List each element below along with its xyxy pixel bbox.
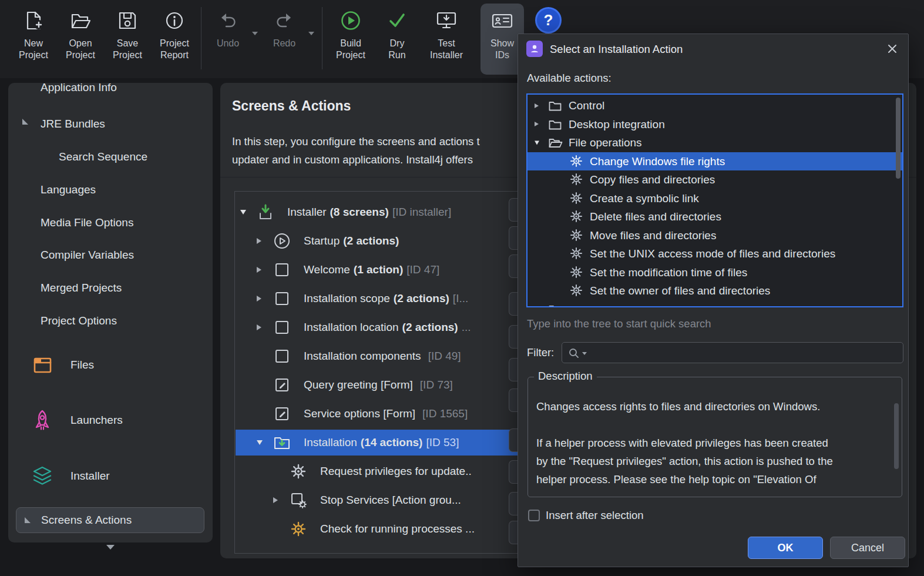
open-folder-icon xyxy=(549,138,563,148)
sidebar-item-languages[interactable]: Languages xyxy=(8,178,213,202)
expander-collapsed-icon[interactable] xyxy=(257,296,261,302)
tree-row-set-modification-time[interactable]: Set the modification time of files xyxy=(527,263,902,282)
sidebar-item-screens-actions[interactable]: Screens & Actions xyxy=(16,507,204,533)
section-triangle-icon xyxy=(25,517,31,523)
toolbar-label: Show IDs xyxy=(489,38,516,61)
action-gear-icon xyxy=(570,229,582,241)
info-icon xyxy=(164,7,185,34)
toolbar-label: Dry Run xyxy=(384,38,411,61)
cancel-button[interactable]: Cancel xyxy=(830,537,905,559)
sidebar-item-media-file-options[interactable]: Media File Options xyxy=(8,210,213,235)
save-project-button[interactable]: Save Project xyxy=(104,7,151,61)
tree-row-set-owner[interactable]: Set the owner of files and directories xyxy=(527,282,902,300)
question-mark-icon: ? xyxy=(544,11,553,29)
redo-icon xyxy=(274,7,295,34)
sidebar-scroll-down-icon[interactable] xyxy=(106,545,115,550)
startup-icon xyxy=(273,232,291,250)
sidebar-item-jre-bundles[interactable]: JRE Bundles xyxy=(8,112,213,136)
action-gear-icon xyxy=(570,210,582,222)
action-gear-icon xyxy=(570,247,582,259)
search-icon xyxy=(568,347,580,359)
sidebar-item-merged-projects[interactable]: Merged Projects xyxy=(8,276,213,300)
expander-collapsed-icon[interactable] xyxy=(257,324,261,330)
tree-row-file-operations[interactable]: File operations xyxy=(527,133,902,152)
undo-button[interactable]: Undo xyxy=(207,7,249,49)
filter-input[interactable] xyxy=(562,342,903,363)
toolbar-label: Open Project xyxy=(57,38,104,61)
checkbox-unchecked-icon[interactable] xyxy=(528,510,540,521)
tree-scrollbar[interactable] xyxy=(896,98,901,179)
ok-button[interactable]: OK xyxy=(748,537,823,559)
sidebar-item-application-info[interactable]: Application Info xyxy=(8,83,213,100)
action-gear-icon xyxy=(290,463,307,480)
expander-collapsed-icon[interactable] xyxy=(535,103,539,108)
description-group: Description Changes access rights to fil… xyxy=(527,377,902,497)
screen-icon xyxy=(273,319,291,336)
sidebar-item-installer[interactable]: Installer xyxy=(31,463,110,489)
action-gear-icon xyxy=(570,155,582,167)
search-options-arrow-icon[interactable] xyxy=(582,352,587,355)
insert-after-selection-option[interactable]: Insert after selection xyxy=(528,509,644,522)
undo-dropdown-arrow-icon[interactable] xyxy=(252,32,258,35)
sidebar: Application Info JRE Bundles Search Sequ… xyxy=(8,83,213,542)
dry-run-button[interactable]: Dry Run xyxy=(374,7,421,61)
redo-button[interactable]: Redo xyxy=(263,7,305,49)
tree-row-change-windows-file-rights[interactable]: Change Windows file rights xyxy=(527,152,902,171)
dialog-title: Select an Installation Action xyxy=(550,42,683,57)
expander-collapsed-icon[interactable] xyxy=(257,267,261,273)
expander-expanded-icon[interactable] xyxy=(257,440,263,445)
sidebar-item-search-sequence[interactable]: Search Sequence xyxy=(8,145,213,169)
filter-label: Filter: xyxy=(527,342,554,363)
build-play-icon xyxy=(340,7,362,34)
check-icon xyxy=(386,7,408,34)
open-project-button[interactable]: Open Project xyxy=(57,7,104,61)
screen-icon xyxy=(273,347,291,365)
action-gear-icon xyxy=(570,266,582,278)
available-actions-label: Available actions: xyxy=(527,72,611,85)
expander-collapsed-icon[interactable] xyxy=(273,497,278,503)
screen-icon xyxy=(273,261,291,279)
available-actions-tree[interactable]: Control Desktop integration File operati… xyxy=(526,93,903,307)
expander-collapsed-icon[interactable] xyxy=(535,307,539,307)
sidebar-item-project-options[interactable]: Project Options xyxy=(8,309,213,333)
folder-icon xyxy=(549,119,562,130)
description-group-title: Description xyxy=(534,370,597,383)
redo-dropdown-arrow-icon[interactable] xyxy=(308,32,314,35)
tree-row-move-files[interactable]: Move files and directories xyxy=(527,226,902,245)
tree-row-copy-files[interactable]: Copy files and directories xyxy=(527,170,902,189)
expander-expanded-icon[interactable] xyxy=(535,140,539,145)
action-gear-icon xyxy=(290,520,307,538)
rocket-icon xyxy=(31,408,54,432)
expander-collapsed-icon[interactable] xyxy=(257,238,261,244)
description-scrollbar[interactable] xyxy=(894,403,899,469)
tree-row-control[interactable]: Control xyxy=(527,96,902,115)
action-gear-icon xyxy=(570,284,582,296)
toolbar-label: Save Project xyxy=(104,38,151,61)
expander-expanded-icon[interactable] xyxy=(240,210,246,215)
expander-collapsed-icon[interactable] xyxy=(535,122,539,126)
tree-row-create-symbolic-link[interactable]: Create a symbolic link xyxy=(527,189,902,208)
test-installer-button[interactable]: Test Installer xyxy=(423,7,470,61)
project-report-button[interactable]: Project Report xyxy=(151,7,198,61)
sidebar-item-compiler-variables[interactable]: Compiler Variables xyxy=(8,243,213,267)
new-project-icon xyxy=(23,7,44,34)
tree-row-set-unix-access-mode[interactable]: Set the UNIX access mode of files and di… xyxy=(527,245,902,263)
new-project-button[interactable]: New Project xyxy=(10,7,57,61)
files-icon xyxy=(31,353,54,377)
toolbar-separator xyxy=(201,7,201,69)
toolbar-separator xyxy=(322,7,322,69)
tree-row-delete-files[interactable]: Delete files and directories xyxy=(527,207,902,226)
tree-row-desktop-integration[interactable]: Desktop integration xyxy=(527,115,902,134)
installer-icon xyxy=(257,203,274,221)
layers-icon xyxy=(31,464,54,488)
close-icon[interactable] xyxy=(886,42,899,55)
folder-icon xyxy=(549,304,562,308)
description-text: Changes access rights to files and direc… xyxy=(536,397,877,488)
id-card-icon xyxy=(491,7,513,34)
tree-row-clipped[interactable] xyxy=(527,300,902,308)
sidebar-item-launchers[interactable]: Launchers xyxy=(31,407,123,433)
build-project-button[interactable]: Build Project xyxy=(327,7,374,61)
action-gear-icon xyxy=(570,173,582,185)
sidebar-item-files[interactable]: Files xyxy=(31,352,94,378)
help-button[interactable]: ? xyxy=(535,7,562,34)
